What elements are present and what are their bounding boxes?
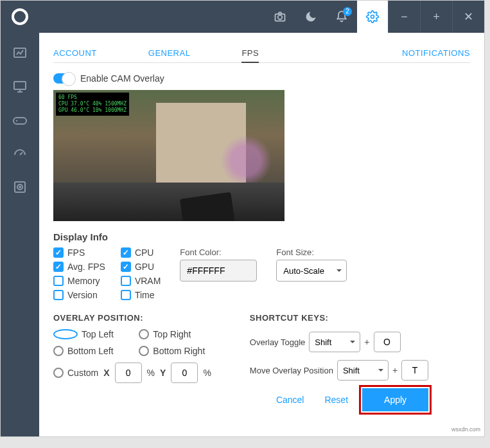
night-mode-button[interactable] [295,1,326,33]
checkbox-icon [53,290,64,300]
check-avg-fps[interactable]: Avg. FPS [53,262,105,272]
check-label: Version [67,290,98,300]
content-area: ACCOUNT GENERAL FPS NOTIFICATIONS Enable… [39,33,484,436]
monitor-icon[interactable] [12,79,28,94]
overlay-position-section: OVERLAY POSITION: Top Left Top Right Bot… [53,313,211,411]
radio-custom[interactable]: Custom [53,368,98,378]
check-label: FPS [67,247,85,258]
tab-notifications[interactable]: NOTIFICATIONS [402,44,470,62]
sidebar [1,33,39,436]
radio-bottom-right[interactable]: Bottom Right [139,346,211,356]
radio-icon [139,329,149,339]
check-vram[interactable]: VRAM [121,276,161,286]
checkbox-icon [121,290,131,300]
font-size-select[interactable] [276,260,347,282]
check-version[interactable]: Version [53,290,105,300]
checkbox-icon [121,262,131,272]
font-color-input[interactable] [180,260,257,282]
toggle-modifier-select[interactable] [309,332,360,352]
preview-scene-ground [53,183,284,221]
titlebar: 2 − + ✕ [1,1,484,33]
custom-y-input[interactable] [171,363,198,383]
window-controls: − + ✕ [388,1,484,33]
camera-button[interactable] [265,1,295,33]
moon-icon [304,10,317,23]
gauge-icon[interactable] [12,146,28,161]
font-size-select-wrap [276,260,347,282]
shortcut-move-row: Move Overlay Position + [250,360,428,381]
check-memory[interactable]: Memory [53,276,105,286]
maximize-button[interactable]: + [420,1,452,33]
font-color-label: Font Color: [180,247,257,257]
radio-label: Bottom Left [67,346,114,356]
preview-scene-graffiti [220,135,272,186]
svg-point-8 [19,186,21,188]
check-label: Time [135,290,155,300]
display-info-checks: FPS CPU Avg. FPS GPU Memory VRAM Version… [53,247,161,300]
radio-label: Custom [67,368,98,378]
svg-rect-4 [14,82,26,89]
font-size-group: Font Size: [276,247,347,300]
custom-x-input[interactable] [115,363,142,383]
shortcut-toggle-row: Overlay Toggle + [250,332,428,352]
radio-label: Bottom Right [153,346,205,356]
svg-rect-5 [13,118,26,124]
radio-icon [53,346,64,356]
radio-top-right[interactable]: Top Right [139,329,211,339]
custom-position-row: Custom X % Y % [53,363,211,383]
radio-label: Top Left [82,329,114,339]
checkbox-icon [121,247,131,258]
shortcut-heading: SHORTCUT KEYS: [250,313,428,323]
check-label: CPU [135,247,154,258]
lower-row: OVERLAY POSITION: Top Left Top Right Bot… [53,313,470,411]
app-window: 2 − + ✕ ACCOUNT GENERAL FPS NO [0,0,485,437]
display-info-heading: Display Info [53,231,470,242]
move-modifier-select[interactable] [337,360,389,381]
display-info-section: FPS CPU Avg. FPS GPU Memory VRAM Version… [53,247,470,300]
toggle-key-input[interactable] [374,332,401,352]
settings-button[interactable] [357,1,388,33]
overlay-position-radios: Top Left Top Right Bottom Left Bottom Ri… [53,329,211,356]
font-color-group: Font Color: [180,247,257,300]
notifications-button[interactable]: 2 [326,1,357,33]
x-label: X [103,368,109,378]
reset-button[interactable]: Reset [318,390,354,410]
check-time[interactable]: Time [121,290,161,300]
checkbox-icon [53,262,64,272]
titlebar-right: 2 − + ✕ [265,1,484,33]
gamepad-icon[interactable] [12,112,28,128]
y-label: Y [160,368,166,378]
tab-fps[interactable]: FPS [241,44,259,63]
body-area: ACCOUNT GENERAL FPS NOTIFICATIONS Enable… [1,33,484,436]
tab-general[interactable]: GENERAL [148,44,191,62]
move-key-input[interactable] [401,360,428,381]
camera-icon [274,10,286,23]
notifications-badge: 2 [343,7,352,16]
minimize-button[interactable]: − [388,1,420,33]
radio-top-left[interactable]: Top Left [53,329,119,339]
plus-label: + [392,365,398,375]
pct-label: % [147,368,155,378]
tab-account[interactable]: ACCOUNT [53,44,97,62]
checkbox-icon [53,276,64,286]
close-button[interactable]: ✕ [452,1,484,33]
check-cpu[interactable]: CPU [121,247,161,258]
app-logo-icon [12,8,28,25]
move-mod-wrap [337,360,389,381]
enable-overlay-row: Enable CAM Overlay [53,73,470,84]
shortcut-section: SHORTCUT KEYS: Overlay Toggle + Move Ove… [250,313,428,411]
check-label: VRAM [135,276,161,286]
checkbox-icon [121,276,131,286]
storage-icon[interactable] [12,179,28,195]
radio-icon [53,329,78,339]
preview-overlay-text: 60 FPS CPU 37.0°C 40% 1500MHZ GPU 46.0°C… [56,93,129,116]
apply-button[interactable]: Apply [362,388,428,411]
cancel-button[interactable]: Cancel [270,390,311,410]
check-fps[interactable]: FPS [53,247,105,258]
dashboard-icon[interactable] [12,46,28,61]
check-gpu[interactable]: GPU [121,262,161,272]
radio-bottom-left[interactable]: Bottom Left [53,346,119,356]
action-buttons: Cancel Reset Apply [250,388,428,411]
enable-overlay-toggle[interactable] [53,73,75,84]
svg-point-2 [371,15,374,19]
